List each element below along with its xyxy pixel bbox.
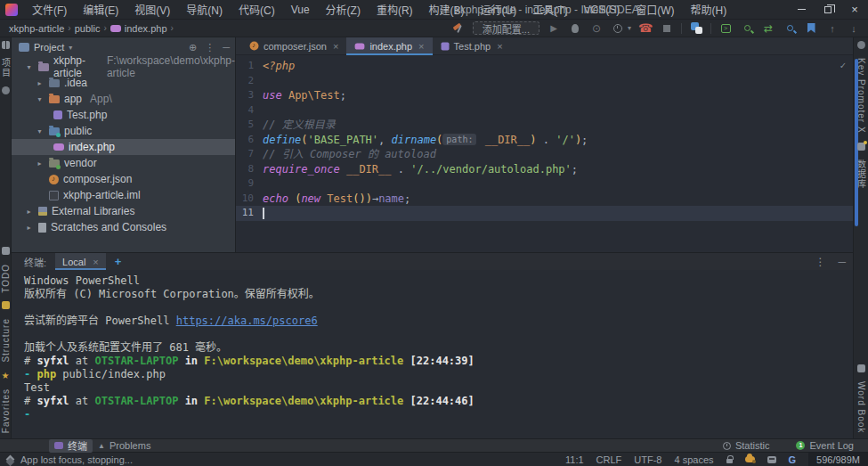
tree-row[interactable]: ▾appApp\ (12, 91, 235, 107)
project-panel-title[interactable]: Project (34, 42, 64, 53)
editor-tab[interactable]: index.php× (346, 37, 432, 54)
menu-item[interactable]: 导航(N) (178, 0, 231, 19)
assistant-icon[interactable] (767, 456, 776, 463)
word-book-icon[interactable] (857, 364, 865, 372)
debug-icon[interactable] (568, 21, 582, 36)
breadcrumb-item[interactable]: index.php (110, 23, 167, 34)
settings-sync-icon[interactable] (745, 456, 755, 462)
inspection-ok-icon[interactable]: ✓ (840, 60, 846, 71)
chevron-icon[interactable]: ▸ (24, 208, 34, 216)
run-icon[interactable]: ▶ (547, 21, 561, 36)
key-promoter-icon[interactable] (857, 41, 865, 49)
stripe-todo-label[interactable]: TODO (1, 264, 11, 293)
build-hammer-icon[interactable] (451, 21, 466, 36)
navigate-down-icon[interactable]: ↓ (847, 21, 861, 36)
code-editor[interactable]: 1<?php23use App\Test;45// 定义根目录6define('… (236, 55, 853, 252)
line-number[interactable]: 9 (236, 176, 263, 192)
tree-row[interactable]: index.php (12, 139, 235, 155)
line-number[interactable]: 3 (236, 88, 263, 103)
line-number[interactable]: 1 (236, 59, 263, 74)
replace-icon[interactable]: ⇄ (761, 21, 775, 36)
terminal-tab-local[interactable]: Local × (55, 253, 106, 270)
line-number[interactable]: 4 (236, 103, 263, 119)
project-stripe-icon[interactable] (2, 41, 10, 49)
disconnect-icon[interactable]: ☎ (638, 21, 653, 36)
stripe-project-label[interactable]: 项目 (0, 58, 12, 78)
tree-row[interactable]: Test.php (12, 107, 235, 123)
chevron-icon[interactable]: ▸ (35, 159, 45, 168)
translate-icon[interactable] (689, 21, 703, 36)
close-terminal-tab-icon[interactable]: × (93, 257, 98, 267)
breadcrumb-item[interactable]: xkphp-article (9, 23, 64, 34)
line-number[interactable]: 5 (236, 118, 263, 133)
chevron-icon[interactable]: ▾ (24, 63, 34, 71)
tool-window-toggle-icon[interactable] (6, 455, 15, 464)
line-number[interactable]: 8 (236, 162, 263, 177)
menu-item[interactable]: 视图(V) (126, 0, 178, 19)
hide-panel-icon[interactable]: ─ (223, 42, 230, 53)
status-indicator[interactable]: 4 spaces (674, 454, 713, 465)
profiler-icon[interactable] (611, 21, 625, 36)
menu-item[interactable]: Vue (283, 0, 318, 19)
locate-file-icon[interactable]: ⊕ (189, 42, 197, 53)
status-indicator[interactable]: UTF-8 (634, 454, 661, 465)
editor-tab[interactable]: composer.json× (241, 37, 346, 54)
line-number[interactable]: 7 (236, 147, 263, 162)
close-tab-icon[interactable]: × (418, 41, 424, 52)
minimize-button[interactable] (788, 0, 815, 19)
breadcrumb-item[interactable]: public (75, 23, 101, 34)
menu-item[interactable]: 帮助(H) (683, 0, 735, 19)
tree-row[interactable]: ▸External Libraries (12, 203, 235, 219)
statistic-tool-button[interactable]: Statistic (718, 439, 775, 453)
memory-indicator[interactable]: 596/989M (808, 453, 868, 466)
line-number[interactable]: 10 (236, 192, 263, 207)
line-number[interactable]: 11 (236, 206, 263, 221)
structure-icon[interactable] (2, 301, 10, 309)
todo-icon[interactable] (2, 247, 10, 255)
database-icon[interactable] (857, 143, 865, 151)
terminal-options-icon[interactable]: ⋮ (815, 256, 825, 268)
stop-icon[interactable] (660, 21, 674, 36)
stripe-word-book-label[interactable]: Word Book (856, 381, 866, 433)
terminal-tool-button[interactable]: 终端 (49, 439, 93, 453)
tree-row[interactable]: ▸vendor (12, 155, 235, 171)
close-button[interactable]: × (841, 0, 868, 19)
status-indicator[interactable]: 11:1 (565, 454, 584, 465)
run-configuration-button[interactable]: 添加配置... (473, 21, 539, 35)
restore-button[interactable] (815, 0, 841, 19)
favorites-star-icon[interactable]: ★ (2, 372, 10, 380)
chevron-icon[interactable]: ▸ (24, 224, 34, 232)
editor-tab[interactable]: Test.php× (433, 37, 511, 54)
menu-item[interactable]: 文件(F) (24, 0, 75, 19)
google-icon[interactable]: G (789, 454, 797, 465)
stripe-structure-label[interactable]: Structure (1, 318, 11, 363)
search-everywhere-icon[interactable] (783, 21, 797, 36)
menu-item[interactable]: 编辑(E) (75, 0, 126, 19)
coverage-icon[interactable]: ⊙ (589, 21, 604, 36)
profiler-dropdown-icon[interactable]: ▾ (628, 24, 631, 32)
chevron-icon[interactable]: ▾ (35, 127, 45, 135)
problems-tool-button[interactable]: ▲ Problems (93, 439, 156, 453)
event-log-tool-button[interactable]: 1 Event Log (791, 439, 859, 453)
line-number[interactable]: 2 (236, 74, 263, 89)
navigate-up-icon[interactable]: ↑ (825, 21, 840, 36)
lock-icon[interactable] (726, 459, 733, 463)
terminal-link[interactable]: https://aka.ms/pscore6 (176, 315, 318, 327)
status-indicator[interactable]: CRLF (596, 454, 622, 465)
terminal-output[interactable]: Windows PowerShell版权所有 (C) Microsoft Cor… (12, 270, 853, 421)
menu-item[interactable]: 重构(R) (369, 0, 421, 19)
console-icon[interactable]: > (718, 21, 733, 36)
stripe-secondary-icon[interactable] (2, 86, 10, 94)
close-tab-icon[interactable]: × (497, 41, 502, 52)
tree-row[interactable]: ▸Scratches and Consoles (12, 219, 235, 235)
menu-item[interactable]: 分析(Z) (318, 0, 369, 19)
line-number[interactable]: 6 (236, 133, 263, 148)
hide-terminal-icon[interactable]: ─ (838, 256, 846, 268)
panel-options-icon[interactable]: ⋮ (205, 42, 215, 53)
stripe-favorites-label[interactable]: Favorites (1, 388, 11, 433)
project-view-dropdown-icon[interactable]: ▾ (69, 44, 72, 52)
menu-item[interactable]: 代码(C) (231, 0, 283, 19)
bookmark-icon[interactable] (804, 21, 818, 36)
tree-row[interactable]: ▾xkphp-articleF:\workspace\demo\xkphp-ar… (12, 59, 235, 75)
close-tab-icon[interactable]: × (333, 41, 338, 52)
